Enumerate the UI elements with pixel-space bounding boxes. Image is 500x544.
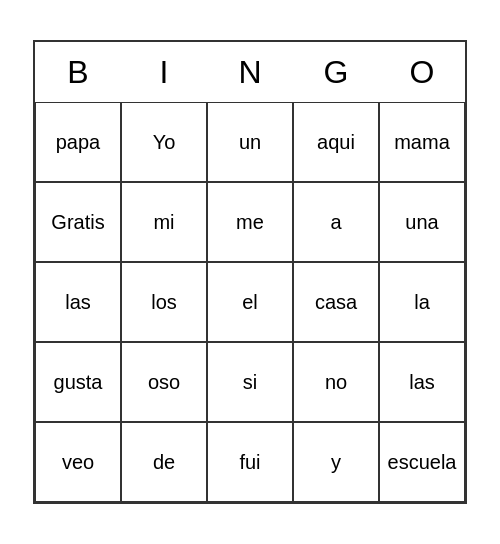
bingo-cell-r3-c4: las [379, 342, 465, 422]
bingo-cell-r1-c3: a [293, 182, 379, 262]
bingo-cell-r0-c0: papa [35, 102, 121, 182]
bingo-cell-r4-c3: y [293, 422, 379, 502]
bingo-cell-r2-c4: la [379, 262, 465, 342]
bingo-cell-r1-c4: una [379, 182, 465, 262]
bingo-cell-r3-c3: no [293, 342, 379, 422]
bingo-cell-r0-c1: Yo [121, 102, 207, 182]
bingo-cell-r4-c0: veo [35, 422, 121, 502]
bingo-cell-r2-c0: las [35, 262, 121, 342]
bingo-cell-r2-c3: casa [293, 262, 379, 342]
header-cell-O: O [379, 42, 465, 102]
bingo-cell-r3-c1: oso [121, 342, 207, 422]
bingo-card: BINGO papaYounaquimamaGratismimeaunalasl… [33, 40, 467, 504]
bingo-cell-r0-c3: aqui [293, 102, 379, 182]
bingo-cell-r4-c4: escuela [379, 422, 465, 502]
bingo-header: BINGO [35, 42, 465, 102]
bingo-cell-r2-c2: el [207, 262, 293, 342]
header-cell-I: I [121, 42, 207, 102]
bingo-cell-r4-c1: de [121, 422, 207, 502]
bingo-cell-r3-c2: si [207, 342, 293, 422]
header-cell-N: N [207, 42, 293, 102]
bingo-cell-r3-c0: gusta [35, 342, 121, 422]
bingo-cell-r1-c2: me [207, 182, 293, 262]
bingo-cell-r0-c2: un [207, 102, 293, 182]
bingo-cell-r2-c1: los [121, 262, 207, 342]
header-cell-G: G [293, 42, 379, 102]
bingo-cell-r1-c0: Gratis [35, 182, 121, 262]
bingo-cell-r4-c2: fui [207, 422, 293, 502]
bingo-cell-r0-c4: mama [379, 102, 465, 182]
bingo-grid: papaYounaquimamaGratismimeaunalasloselca… [35, 102, 465, 502]
bingo-cell-r1-c1: mi [121, 182, 207, 262]
header-cell-B: B [35, 42, 121, 102]
